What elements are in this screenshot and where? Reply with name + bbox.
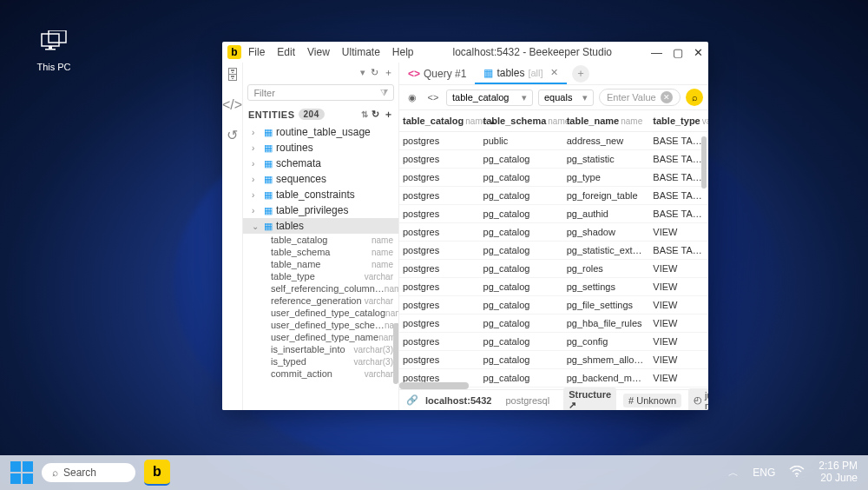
- table-icon: ▦: [264, 174, 273, 185]
- table-row[interactable]: postgrespg_catalogpg_shadowVIEW: [399, 223, 708, 242]
- filter-value-input[interactable]: Enter Value ✕: [599, 89, 681, 106]
- col-header-table_name[interactable]: table_namename: [563, 110, 650, 132]
- user-state[interactable]: #Unknown: [623, 394, 681, 407]
- tree-item-label: table_constraints: [276, 189, 355, 201]
- tray-chevron-icon[interactable]: ︿: [728, 466, 739, 480]
- table-row[interactable]: postgrespg_catalogpg_statisticBASE TABLE: [399, 150, 708, 169]
- tree-item-routine_table_usage[interactable]: ›▦routine_table_usage: [243, 124, 398, 140]
- cell: pg_roles: [563, 260, 650, 278]
- column-item[interactable]: self_referencing_column…name: [243, 282, 398, 295]
- table-row[interactable]: postgrespg_catalogpg_file_settingsVIEW: [399, 296, 708, 315]
- db-refresh-icon[interactable]: ↻: [371, 67, 378, 78]
- code-toggle-icon[interactable]: <>: [425, 89, 441, 105]
- menu-ultimate[interactable]: Ultimate: [342, 46, 380, 58]
- col-header-table_type[interactable]: table_typevarch: [649, 110, 708, 132]
- start-button[interactable]: [10, 461, 33, 484]
- column-item[interactable]: table_schemaname: [243, 246, 398, 258]
- tree-item-tables[interactable]: ⌄▦tables: [243, 218, 398, 234]
- cell: pg_shadow: [563, 223, 650, 242]
- tray-lang[interactable]: ENG: [753, 467, 775, 479]
- table-row[interactable]: postgrespg_catalogpg_rolesVIEW: [399, 260, 708, 278]
- close-icon[interactable]: ✕: [694, 46, 703, 59]
- table-v-scrollbar[interactable]: [701, 136, 707, 189]
- minimize-icon[interactable]: —: [651, 46, 662, 59]
- menu-view[interactable]: View: [307, 46, 330, 58]
- taskbar-app-beekeeper[interactable]: b: [144, 460, 170, 486]
- table-row[interactable]: postgrespg_catalogpg_statistic_ext_d…BAS…: [399, 242, 708, 260]
- cell: pg_catalog: [480, 296, 563, 315]
- search-button[interactable]: ⌕: [686, 89, 703, 106]
- desktop-icon-this-pc[interactable]: This PC: [26, 30, 82, 72]
- sidebar-filter-input[interactable]: Filter ⧩: [247, 84, 393, 101]
- add-tab-button[interactable]: ＋: [572, 65, 589, 83]
- column-item[interactable]: is_insertable_intovarchar(3): [243, 343, 398, 355]
- db-add-icon[interactable]: ＋: [384, 66, 393, 79]
- menu-file[interactable]: File: [248, 46, 265, 58]
- clear-icon[interactable]: ✕: [661, 91, 673, 103]
- column-item[interactable]: user_defined_type_sche…name: [243, 319, 398, 331]
- column-item[interactable]: commit_actionvarchar: [243, 368, 398, 380]
- tab-close-icon[interactable]: ✕: [550, 67, 558, 78]
- app-window: b File Edit View Ultimate Help localhost…: [222, 42, 708, 410]
- tree-item-schemata[interactable]: ›▦schemata: [243, 156, 398, 171]
- table-row[interactable]: postgrespg_catalogpg_authidBASE TABLE: [399, 205, 708, 223]
- tree-item-sequences[interactable]: ›▦sequences: [243, 171, 398, 187]
- table-row[interactable]: postgrespg_catalogpg_settingsVIEW: [399, 278, 708, 296]
- entities-collapse-icon[interactable]: ⇅: [361, 109, 369, 119]
- cell: BASE TABLE: [649, 132, 708, 150]
- table-row[interactable]: postgrespg_catalogpg_foreign_tableBASE T…: [399, 187, 708, 205]
- rail-history-icon[interactable]: ↺: [227, 127, 238, 143]
- cell: postgres: [399, 315, 480, 333]
- column-item[interactable]: user_defined_type_namename: [243, 331, 398, 343]
- tree-item-table_constraints[interactable]: ›▦table_constraints: [243, 187, 398, 202]
- column-item[interactable]: table_catalogname: [243, 234, 398, 246]
- column-dtype: varchar(3): [353, 345, 393, 354]
- table-row[interactable]: postgrespublicaddress_newBASE TABLE: [399, 132, 708, 150]
- tray-clock[interactable]: 2:16 PM 20 June: [819, 460, 858, 485]
- menu-edit[interactable]: Edit: [277, 46, 295, 58]
- column-dtype: name: [372, 260, 393, 269]
- tree-item-routines[interactable]: ›▦routines: [243, 140, 398, 156]
- filter-icon: ⧩: [380, 87, 388, 98]
- column-item[interactable]: is_typedvarchar(3): [243, 355, 398, 368]
- filter-column-combo[interactable]: table_catalog▾: [446, 89, 533, 106]
- column-name: self_referencing_column…: [271, 283, 385, 294]
- column-item[interactable]: user_defined_type_catalogname: [243, 307, 398, 319]
- table-row[interactable]: postgrespg_catalogpg_configVIEW: [399, 333, 708, 351]
- filter-op-combo[interactable]: equals▾: [538, 89, 594, 106]
- tab-query[interactable]: <> Query #1: [399, 63, 475, 84]
- menu-help[interactable]: Help: [392, 46, 414, 58]
- db-dropdown-icon[interactable]: ▾: [360, 67, 365, 78]
- cell: VIEW: [649, 260, 708, 278]
- column-item[interactable]: table_namename: [243, 258, 398, 270]
- preview-icon[interactable]: ◉: [404, 89, 420, 105]
- maximize-icon[interactable]: ▢: [673, 46, 683, 59]
- table-row[interactable]: postgrespg_catalogpg_typeBASE TABLE: [399, 169, 708, 187]
- column-item[interactable]: table_typevarchar: [243, 270, 398, 282]
- structure-button[interactable]: Structure ↗: [563, 387, 616, 410]
- table-h-scrollbar[interactable]: [399, 382, 469, 389]
- desktop-icon-label: This PC: [36, 62, 70, 72]
- col-header-table_schema[interactable]: table_schemaname: [480, 110, 563, 132]
- taskbar-search[interactable]: ⌕ Search: [42, 463, 135, 482]
- cell: pg_catalog: [480, 315, 563, 333]
- cell: pg_catalog: [480, 333, 563, 351]
- cell: postgres: [399, 296, 480, 315]
- search-icon: ⌕: [692, 92, 698, 103]
- tab-tables[interactable]: ▦ tables [all] ✕: [475, 63, 566, 84]
- entities-add-icon[interactable]: ＋: [384, 108, 394, 121]
- rail-query-icon[interactable]: </>: [222, 97, 242, 113]
- entities-refresh-icon[interactable]: ↻: [372, 109, 380, 120]
- column-name: user_defined_type_catalog: [271, 308, 385, 318]
- cell: pg_config: [563, 333, 650, 351]
- tree-item-label: tables: [276, 220, 304, 232]
- col-header-table_catalog[interactable]: table_catalogname▲: [399, 110, 480, 132]
- cell: postgres: [399, 150, 480, 169]
- sidebar-scrollbar[interactable]: [393, 323, 398, 384]
- table-row[interactable]: postgrespg_catalogpg_shmem_alloca…VIEW: [399, 351, 708, 369]
- tree-item-table_privileges[interactable]: ›▦table_privileges: [243, 202, 398, 218]
- wifi-icon[interactable]: [789, 466, 805, 480]
- column-item[interactable]: reference_generationvarchar: [243, 295, 398, 307]
- table-row[interactable]: postgrespg_catalogpg_hba_file_rulesVIEW: [399, 315, 708, 333]
- rail-db-icon[interactable]: 🗄: [226, 68, 240, 83]
